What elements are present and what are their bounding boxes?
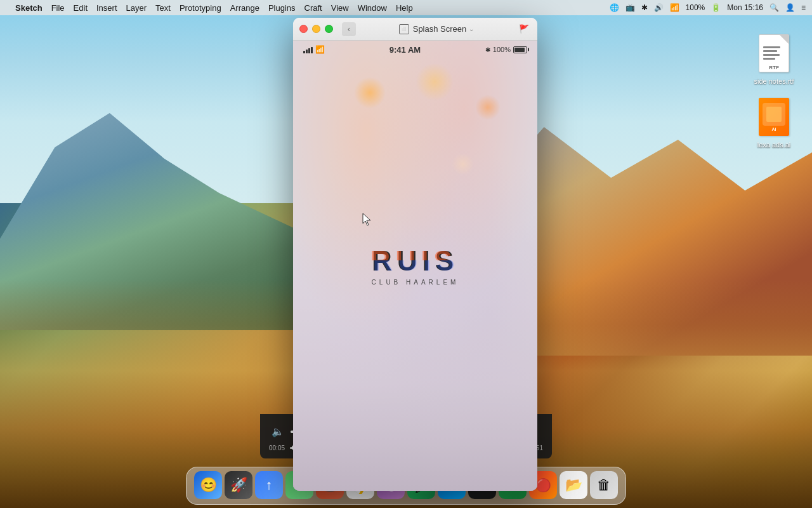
desktop-icon-ai-label: lexa ads.ai — [757, 141, 791, 149]
desktop: Sketch File Edit Insert Layer Text Proto… — [0, 0, 812, 508]
menubar-cast-icon: 📺 — [625, 3, 635, 12]
artboard-selector[interactable]: Splash Screen ⌄ — [413, 24, 475, 34]
menu-layer[interactable]: Layer — [126, 3, 147, 13]
ai-file-icon: Ai — [759, 98, 789, 136]
menu-help[interactable]: Help — [396, 3, 413, 13]
chevron-down-icon: ⌄ — [469, 25, 474, 32]
wifi-status-icon: 📶 — [315, 45, 325, 54]
bokeh-light-1 — [354, 77, 386, 109]
menu-text[interactable]: Text — [155, 3, 171, 13]
ruis-brand-logo: RUIS — [372, 246, 459, 274]
signal-bar-3 — [308, 48, 310, 53]
dock-item-rocket[interactable]: 🚀 — [225, 471, 252, 499]
menubar-time[interactable]: Mon 15:16 — [727, 3, 763, 12]
bluetooth-status-icon: ✱ — [485, 46, 490, 53]
menu-view[interactable]: View — [331, 3, 349, 13]
flag-icon: 🚩 — [519, 24, 529, 34]
dock-item-trash[interactable]: 🗑 — [590, 471, 618, 499]
mobile-screen: 📶 9:41 AM ✱ 100% RUIS CLUB HAARLEM — [293, 41, 537, 491]
menu-insert[interactable]: Insert — [96, 3, 117, 13]
menubar: Sketch File Edit Insert Layer Text Proto… — [0, 0, 812, 15]
artboard-title: Splash Screen — [413, 24, 467, 34]
menubar-battery-icon: 🔋 — [711, 3, 721, 12]
desktop-icon-rtf-label: side notes.rtf — [754, 77, 794, 85]
back-chevron-icon: ‹ — [348, 25, 350, 34]
current-time: 00:05 — [269, 444, 285, 451]
rtf-file-icon: RTF — [759, 34, 789, 72]
flag-button[interactable]: 🚩 — [517, 22, 531, 36]
menu-edit[interactable]: Edit — [74, 3, 88, 13]
app-logo-area: RUIS CLUB HAARLEM — [372, 246, 459, 285]
club-subtitle: CLUB HAARLEM — [372, 278, 459, 285]
volume-icon[interactable]: 🔈 — [269, 423, 287, 441]
battery-indicator — [513, 46, 527, 53]
menubar-volume-icon: 🔊 — [654, 3, 664, 12]
dock-item-arrow[interactable]: ↑ — [255, 471, 283, 499]
status-time: 9:41 AM — [390, 45, 421, 55]
status-bar-right: ✱ 100% — [485, 46, 527, 53]
menu-window[interactable]: Window — [358, 3, 387, 13]
artboard-icon: ⬜ — [399, 24, 409, 34]
app-name[interactable]: Sketch — [15, 3, 43, 13]
signal-bar-1 — [303, 51, 305, 53]
bokeh-light-2 — [416, 63, 454, 101]
battery-percent-label: 100% — [493, 46, 511, 53]
menubar-bluetooth-icon: ✱ — [641, 3, 648, 12]
minimize-button[interactable] — [312, 25, 320, 33]
menubar-network-icon: 🌐 — [610, 3, 619, 12]
desktop-icons-area: RTF side notes.rtf Ai lexa ads.ai — [749, 32, 799, 149]
menubar-battery-percent: 100% — [686, 3, 705, 12]
traffic-lights — [299, 25, 333, 33]
status-bar-left: 📶 — [303, 45, 325, 54]
menubar-menu-icon[interactable]: ≡ — [801, 3, 806, 12]
menubar-user-icon[interactable]: 👤 — [785, 3, 795, 12]
menu-file[interactable]: File — [51, 3, 65, 13]
desktop-icon-ai[interactable]: Ai lexa ads.ai — [749, 95, 799, 149]
menu-prototyping[interactable]: Prototyping — [180, 3, 221, 13]
back-button[interactable]: ‹ — [342, 22, 356, 36]
dock-item-finder2[interactable]: 📂 — [560, 471, 587, 499]
window-titlebar: ‹ ⬜ Splash Screen ⌄ 🚩 — [293, 18, 537, 41]
close-button[interactable] — [299, 25, 308, 33]
window-title-area: ⬜ Splash Screen ⌄ — [361, 24, 512, 34]
menubar-search-icon[interactable]: 🔍 — [769, 3, 779, 12]
menu-plugins[interactable]: Plugins — [268, 3, 296, 13]
menu-craft[interactable]: Craft — [304, 3, 322, 13]
status-bar: 📶 9:41 AM ✱ 100% — [293, 41, 537, 58]
menu-arrange[interactable]: Arrange — [230, 3, 259, 13]
signal-bars — [303, 46, 313, 53]
signal-bar-4 — [311, 47, 313, 53]
signal-bar-2 — [306, 50, 308, 53]
sketch-window: ‹ ⬜ Splash Screen ⌄ 🚩 — [293, 18, 537, 491]
fullscreen-button[interactable] — [325, 25, 333, 33]
dock-item-finder[interactable]: 😊 — [194, 471, 222, 499]
desktop-icon-rtf[interactable]: RTF side notes.rtf — [749, 32, 799, 85]
menubar-wifi-icon: 📶 — [670, 3, 679, 12]
